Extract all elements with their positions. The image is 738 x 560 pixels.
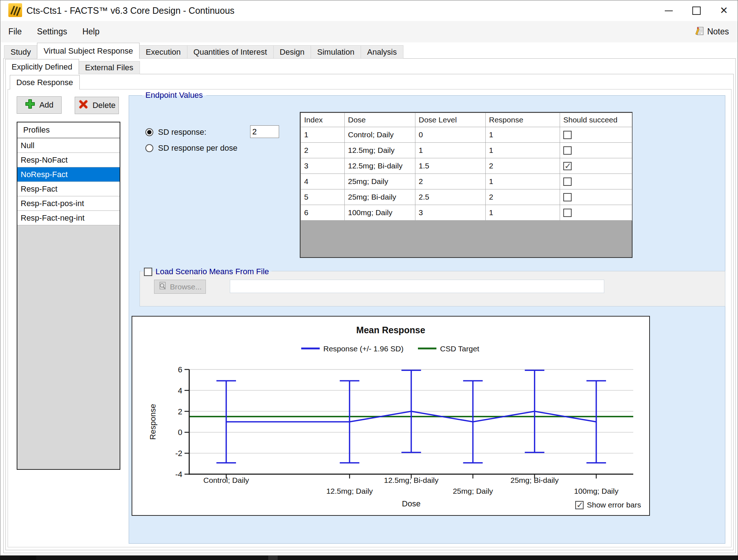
sd-response-input[interactable] <box>250 125 279 138</box>
cell-response[interactable]: 1 <box>486 174 560 189</box>
notes-icon <box>694 26 704 38</box>
mean-response-chart: 6420-2-4Control; Daily12.5mg; Daily12.5m… <box>132 316 650 516</box>
profile-item[interactable]: Null <box>17 138 120 153</box>
sd-response-per-dose-radio[interactable] <box>145 144 153 152</box>
cell-index[interactable]: 3 <box>301 158 345 174</box>
close-button[interactable]: ✕ <box>710 0 738 21</box>
show-error-bars-row: Show error bars <box>575 501 641 509</box>
cell-dose[interactable]: 12.5mg; Daily <box>345 143 415 158</box>
col-response: Response <box>486 113 560 127</box>
taskbar[interactable] <box>0 556 738 560</box>
tab-explicitly-defined[interactable]: Explicitly Defined <box>5 59 79 74</box>
menu-file[interactable]: File <box>1 27 29 37</box>
sd-response-radio[interactable] <box>145 128 153 136</box>
table-row: 3 12.5mg; Bi-daily 1.5 2 <box>301 158 632 174</box>
svg-text:Control; Daily: Control; Daily <box>203 476 249 484</box>
cell-response[interactable]: 1 <box>486 143 560 158</box>
svg-text:25mg; Daily: 25mg; Daily <box>453 487 493 495</box>
profile-item[interactable]: Resp-NoFact <box>17 153 120 167</box>
mean-response-chart-canvas: 6420-2-4Control; Daily12.5mg; Daily12.5m… <box>132 317 649 515</box>
cell-dose[interactable]: 25mg; Daily <box>345 174 415 189</box>
svg-text:25mg; Bi-daily: 25mg; Bi-daily <box>510 476 559 484</box>
table-row: 6 100mg; Daily 3 1 <box>301 205 632 221</box>
table-row: 4 25mg; Daily 2 1 <box>301 174 632 189</box>
cell-index[interactable]: 5 <box>301 189 345 205</box>
svg-text:2: 2 <box>178 407 182 416</box>
scenario-file-path-input[interactable] <box>230 280 604 293</box>
should-succeed-checkbox[interactable] <box>563 162 572 170</box>
tab-external-files[interactable]: External Files <box>79 61 140 74</box>
should-succeed-checkbox[interactable] <box>563 177 572 186</box>
col-dose: Dose <box>345 113 415 127</box>
cell-response[interactable]: 1 <box>486 127 560 143</box>
table-header-row: Index Dose Dose Level Response Should su… <box>301 113 632 127</box>
col-index: Index <box>301 113 345 127</box>
svg-text:Response: Response <box>148 404 157 440</box>
tab-virtual-subject-response[interactable]: Virtual Subject Response <box>37 43 140 59</box>
cell-dose-level[interactable]: 2 <box>415 174 486 189</box>
cell-index[interactable]: 2 <box>301 143 345 158</box>
load-scenario-legend: Load Scenario Means From File <box>141 267 271 277</box>
should-succeed-checkbox[interactable] <box>563 131 572 139</box>
should-succeed-checkbox[interactable] <box>563 146 572 155</box>
cell-dose-level[interactable]: 2.5 <box>415 189 486 205</box>
add-icon <box>25 99 36 112</box>
show-error-bars-checkbox[interactable] <box>575 501 584 509</box>
tab-quantities-of-interest[interactable]: Quantities of Interest <box>187 45 274 59</box>
cell-dose-level[interactable]: 1.5 <box>415 158 486 174</box>
tab-dose-response[interactable]: Dose Response <box>10 75 80 89</box>
add-button[interactable]: Add <box>17 96 62 114</box>
profile-item[interactable]: NoResp-Fact <box>17 167 120 182</box>
browse-button[interactable]: Browse... <box>154 280 206 294</box>
close-icon: ✕ <box>720 6 728 16</box>
load-scenario-group: Load Scenario Means From File Browse... <box>140 271 725 306</box>
endpoint-values-group: Endpoint Values SD response: SD response… <box>129 95 725 544</box>
svg-text:12.5mg; Daily: 12.5mg; Daily <box>326 487 373 495</box>
maximize-button[interactable] <box>683 0 710 21</box>
delete-button[interactable]: Delete <box>75 97 119 114</box>
cell-index[interactable]: 1 <box>301 127 345 143</box>
col-should-succeed: Should succeed <box>560 113 632 127</box>
window-title: Cts-Cts1 - FACTS™ v6.3 Core Design - Con… <box>26 5 235 16</box>
cell-response[interactable]: 1 <box>486 205 560 221</box>
sd-response-per-dose-label: SD response per dose <box>158 143 237 153</box>
notes-button[interactable]: Notes <box>694 21 729 42</box>
tab-simulation[interactable]: Simulation <box>311 45 361 59</box>
profile-item[interactable]: Resp-Fact-neg-int <box>17 211 120 225</box>
cell-dose[interactable]: Control; Daily <box>345 127 415 143</box>
svg-text:Dose: Dose <box>402 499 420 508</box>
svg-text:6: 6 <box>178 365 182 374</box>
cell-dose[interactable]: 25mg; Bi-daily <box>345 189 415 205</box>
inner-tab-strip: Dose Response <box>10 75 79 89</box>
cell-index[interactable]: 6 <box>301 205 345 221</box>
svg-text:0: 0 <box>178 428 182 437</box>
minimize-icon <box>665 11 673 11</box>
should-succeed-checkbox[interactable] <box>563 193 572 201</box>
profile-item[interactable]: Resp-Fact-pos-int <box>17 196 120 211</box>
cell-response[interactable]: 2 <box>486 158 560 174</box>
cell-response[interactable]: 2 <box>486 189 560 205</box>
cell-index[interactable]: 4 <box>301 174 345 189</box>
add-label: Add <box>39 100 53 110</box>
svg-text:4: 4 <box>178 386 182 395</box>
menu-help[interactable]: Help <box>75 27 107 37</box>
table-row: 5 25mg; Bi-daily 2.5 2 <box>301 189 632 205</box>
delete-label: Delete <box>92 101 116 110</box>
menu-settings[interactable]: Settings <box>29 27 75 37</box>
svg-text:100mg; Daily: 100mg; Daily <box>574 487 619 495</box>
tab-design[interactable]: Design <box>273 45 311 59</box>
cell-dose-level[interactable]: 3 <box>415 205 486 221</box>
taskbar-segment <box>268 556 278 560</box>
minimize-button[interactable] <box>655 0 683 21</box>
load-scenario-checkbox[interactable] <box>144 268 152 276</box>
cell-dose[interactable]: 12.5mg; Bi-daily <box>345 158 415 174</box>
tab-execution[interactable]: Execution <box>139 45 187 59</box>
cell-dose-level[interactable]: 0 <box>415 127 486 143</box>
profile-item[interactable]: Resp-Fact <box>17 182 120 196</box>
tab-analysis[interactable]: Analysis <box>361 45 403 59</box>
cell-dose[interactable]: 100mg; Daily <box>345 205 415 221</box>
cell-dose-level[interactable]: 1 <box>415 143 486 158</box>
should-succeed-checkbox[interactable] <box>563 209 572 217</box>
title-bar: Cts-Cts1 - FACTS™ v6.3 Core Design - Con… <box>0 0 738 21</box>
tab-study[interactable]: Study <box>4 45 37 59</box>
